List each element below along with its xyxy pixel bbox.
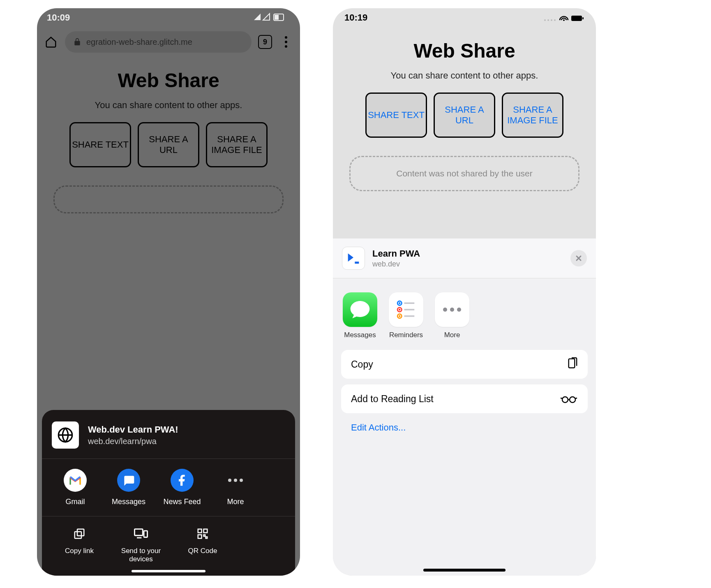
status-time: 10:09 bbox=[47, 12, 70, 23]
result-message: Content was not shared by the user bbox=[349, 156, 579, 191]
svg-rect-10 bbox=[198, 529, 202, 533]
svg-rect-6 bbox=[77, 529, 84, 536]
tab-count-button[interactable]: 9 bbox=[258, 35, 272, 49]
edit-actions-button[interactable]: Edit Actions... bbox=[341, 419, 588, 436]
action-reading-list[interactable]: Add to Reading List bbox=[341, 384, 588, 413]
share-actions-row: Copy link Send to your devices QR Code bbox=[42, 516, 295, 563]
share-image-button[interactable]: SHARE A IMAGE FILE bbox=[502, 93, 563, 138]
result-placeholder bbox=[53, 185, 284, 213]
action-label: Add to Reading List bbox=[351, 394, 434, 405]
share-app-messages[interactable]: Messages bbox=[343, 292, 377, 339]
android-home-indicator[interactable] bbox=[132, 570, 205, 572]
page-title: Web Share bbox=[41, 69, 296, 92]
share-app-more[interactable]: More bbox=[435, 292, 469, 339]
svg-point-17 bbox=[563, 19, 565, 21]
reading-list-icon bbox=[560, 394, 578, 404]
close-icon[interactable] bbox=[570, 250, 587, 266]
share-app-reminders[interactable]: Reminders bbox=[389, 292, 423, 339]
share-subtitle: web.dev bbox=[372, 260, 420, 269]
svg-point-24 bbox=[399, 309, 401, 311]
svg-rect-19 bbox=[582, 17, 584, 19]
action-label: Copy bbox=[351, 359, 373, 370]
svg-point-4 bbox=[234, 479, 237, 482]
action-qr-code[interactable]: QR Code bbox=[172, 526, 233, 563]
svg-point-33 bbox=[570, 397, 575, 403]
action-label: Copy link bbox=[65, 547, 94, 555]
share-favicon bbox=[52, 421, 79, 449]
action-label: Send to your devices bbox=[121, 547, 161, 563]
android-status-overlay: 10:09 bbox=[37, 8, 300, 27]
share-url-button[interactable]: SHARE A URL bbox=[434, 93, 495, 138]
android-page-content: Web Share You can share content to other… bbox=[37, 57, 300, 226]
ios-phone: 10:19 Web Share You can share content to… bbox=[333, 8, 596, 576]
copy-icon bbox=[566, 357, 578, 371]
svg-point-29 bbox=[443, 308, 447, 312]
share-apps-row: Gmail Messages News Feed More bbox=[42, 458, 295, 516]
share-subtitle: web.dev/learn/pwa bbox=[88, 437, 178, 446]
home-icon[interactable] bbox=[44, 35, 58, 49]
share-app-gmail[interactable]: Gmail bbox=[48, 469, 102, 506]
svg-rect-8 bbox=[134, 529, 143, 536]
svg-rect-12 bbox=[198, 535, 202, 539]
share-image-button[interactable]: SHARE A IMAGE FILE bbox=[206, 122, 268, 167]
android-browser-toolbar: egration-web-share.glitch.me 9 bbox=[37, 27, 300, 57]
share-app-more[interactable]: More bbox=[209, 469, 262, 506]
svg-point-15 bbox=[551, 19, 552, 21]
status-icons bbox=[253, 13, 290, 23]
svg-rect-18 bbox=[571, 16, 582, 21]
overflow-menu-icon[interactable] bbox=[279, 36, 293, 48]
share-title: Learn PWA bbox=[372, 248, 420, 259]
share-app-messages[interactable]: Messages bbox=[102, 469, 155, 506]
url-bar[interactable]: egration-web-share.glitch.me bbox=[65, 31, 252, 53]
svg-point-16 bbox=[554, 19, 556, 21]
svg-rect-11 bbox=[204, 529, 208, 533]
ios-home-indicator[interactable] bbox=[423, 569, 506, 572]
share-actions: Copy Add to Reading List Edit Actions... bbox=[333, 343, 596, 443]
app-label: More bbox=[227, 498, 244, 506]
svg-rect-1 bbox=[275, 15, 279, 20]
app-label: More bbox=[444, 331, 460, 339]
share-text-button[interactable]: SHARE TEXT bbox=[365, 93, 427, 138]
app-label: Reminders bbox=[389, 331, 423, 339]
share-apps-row: Messages Reminders More bbox=[333, 278, 596, 343]
svg-point-32 bbox=[562, 397, 568, 403]
app-label: Messages bbox=[112, 498, 145, 506]
share-title: Web.dev Learn PWA! bbox=[88, 424, 178, 435]
ios-status-bar: 10:19 bbox=[333, 8, 596, 27]
svg-point-3 bbox=[228, 479, 231, 482]
app-label: News Feed bbox=[163, 498, 201, 506]
page-title: Web Share bbox=[337, 39, 592, 62]
svg-point-14 bbox=[547, 19, 549, 21]
svg-point-30 bbox=[450, 308, 454, 312]
share-url-button[interactable]: SHARE A URL bbox=[138, 122, 199, 167]
svg-point-31 bbox=[457, 308, 461, 312]
share-app-icon bbox=[342, 247, 365, 270]
svg-point-21 bbox=[399, 302, 401, 304]
url-text: egration-web-share.glitch.me bbox=[86, 37, 192, 47]
share-header: Learn PWA web.dev bbox=[333, 238, 596, 278]
svg-point-5 bbox=[240, 479, 243, 482]
ios-share-sheet: Learn PWA web.dev Messages Reminders bbox=[333, 238, 596, 576]
app-label: Gmail bbox=[65, 498, 85, 506]
action-copy-link[interactable]: Copy link bbox=[48, 526, 110, 563]
app-label: Messages bbox=[344, 331, 376, 339]
action-copy[interactable]: Copy bbox=[341, 350, 588, 379]
svg-point-13 bbox=[544, 19, 546, 21]
android-phone: egration-web-share.glitch.me 9 Web Share… bbox=[37, 8, 300, 576]
share-app-facebook[interactable]: News Feed bbox=[155, 469, 209, 506]
ios-page-content: Web Share You can share content to other… bbox=[333, 27, 596, 204]
action-send-devices[interactable]: Send to your devices bbox=[110, 526, 172, 563]
page-subtitle: You can share content to other apps. bbox=[41, 100, 296, 111]
action-label: QR Code bbox=[188, 547, 217, 555]
svg-rect-9 bbox=[144, 531, 148, 537]
svg-rect-7 bbox=[75, 532, 81, 538]
share-text-button[interactable]: SHARE TEXT bbox=[69, 122, 131, 167]
page-subtitle: You can share content to other apps. bbox=[337, 70, 592, 81]
android-share-sheet: Web.dev Learn PWA! web.dev/learn/pwa Gma… bbox=[42, 410, 295, 576]
share-header: Web.dev Learn PWA! web.dev/learn/pwa bbox=[42, 418, 295, 458]
status-icons bbox=[543, 14, 584, 22]
svg-point-27 bbox=[399, 315, 401, 317]
status-time: 10:19 bbox=[344, 12, 367, 23]
